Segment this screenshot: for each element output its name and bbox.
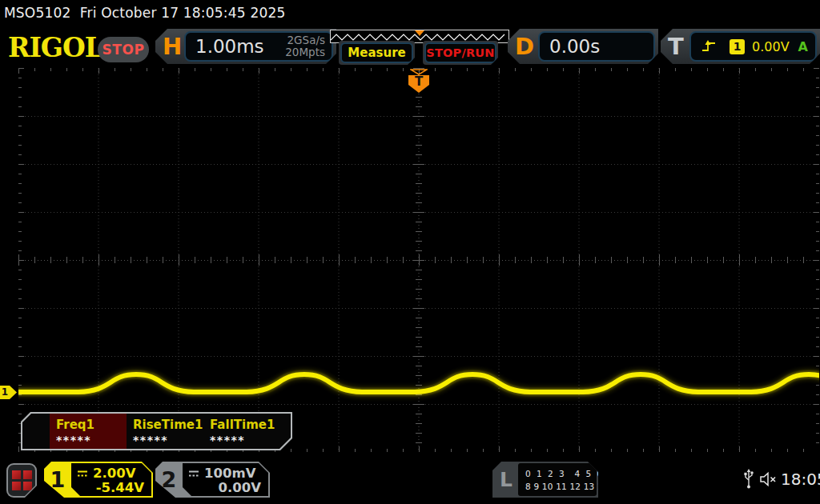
sample-rate: 2GSa/s	[285, 34, 325, 46]
trigger-level-value: 0.00V	[752, 39, 790, 54]
channel2-badge[interactable]: 2 100mV 0.00V	[155, 462, 270, 498]
channel1-offset: -5.44V	[96, 480, 144, 495]
ch1-ground-marker-label: 1	[0, 386, 10, 399]
measurement-label: Freq1	[56, 418, 127, 432]
run-status-label: STOP	[102, 42, 145, 58]
dc-coupling-icon	[187, 469, 200, 478]
trigger-source-badge: 1	[730, 39, 745, 54]
delay-value: 0.00s	[549, 36, 600, 57]
horizontal-pod[interactable]: H 1.00ms 2GSa/s 20Mpts	[155, 29, 336, 64]
measurement-item-freq1[interactable]: Freq1 *****	[50, 414, 127, 449]
rigol-logo: RIGOL	[8, 36, 102, 60]
channel1-scale: 2.00V	[93, 466, 135, 481]
channel1-badge[interactable]: 1 2.00V -5.44V	[44, 462, 153, 498]
measurement-panel: Freq1 ***** RiseTime1 ***** FallTime1 **…	[21, 412, 292, 450]
horizontal-label: H	[163, 29, 182, 64]
logic-analyzer-label: L	[500, 462, 512, 498]
channel2-number: 2	[155, 462, 183, 498]
logic-analyzer-badge[interactable]: L 0 1 2 3 4 5 6 7 8 9 10 11 12 13 14 15	[492, 462, 598, 498]
channel2-offset: 0.00V	[219, 480, 261, 495]
measurement-item-falltime1[interactable]: FallTime1 *****	[203, 414, 280, 449]
model-and-datetime: MSO5102 Fri October 17 18:05:45 2025	[4, 5, 285, 21]
speaker-mute-icon	[759, 471, 778, 487]
delay-pod[interactable]: D 0.00s	[508, 29, 658, 64]
measurement-spacer	[22, 414, 50, 449]
trigger-position-caret-icon	[410, 69, 428, 75]
measurement-value: *****	[133, 434, 203, 446]
ch1-ground-marker[interactable]: 1	[0, 386, 17, 399]
stop-run-button-label: STOP/RUN	[426, 46, 494, 59]
measurement-value: *****	[56, 434, 127, 446]
digital-channels-display: 0 1 2 3 4 5 6 7 8 9 10 11 12 13 14 15	[518, 463, 597, 496]
timebase-value: 1.00ms	[195, 36, 264, 57]
memory-depth: 20Mpts	[285, 46, 325, 58]
main-menu-button[interactable]	[6, 463, 37, 498]
usb-icon	[743, 468, 754, 490]
delay-display: 0.00s	[538, 31, 655, 62]
menu-grid-icon	[12, 470, 32, 490]
measurement-value: *****	[210, 434, 280, 446]
clock: 18:05	[781, 470, 820, 489]
trigger-sweep-mode: A	[798, 39, 808, 54]
ch1-waveform-fuzz	[18, 374, 819, 392]
stop-run-button[interactable]: STOP/RUN	[423, 41, 498, 65]
delay-label: D	[515, 29, 534, 64]
measurement-label: RiseTime1	[133, 418, 203, 432]
measurement-item-risetime1[interactable]: RiseTime1 *****	[127, 414, 203, 449]
measure-button[interactable]: Measure	[339, 41, 415, 65]
measure-button-label: Measure	[348, 46, 405, 60]
rising-edge-icon	[701, 40, 717, 53]
run-status-badge[interactable]: STOP	[98, 37, 149, 62]
trigger-position-marker-label: T	[415, 75, 423, 93]
acquisition-info: 2GSa/s 20Mpts	[285, 34, 325, 58]
trigger-label: T	[668, 29, 684, 64]
digital-channels-row1: 0 1 2 3 4 5 6 7	[525, 467, 597, 480]
graticule	[18, 68, 819, 452]
trigger-pod[interactable]: T 1 0.00V A	[661, 29, 820, 64]
oscilloscope-screen: MSO5102 Fri October 17 18:05:45 2025 RIG…	[0, 0, 820, 504]
measurement-label: FallTime1	[210, 418, 280, 432]
timebase-display: 1.00ms 2GSa/s 20Mpts	[184, 31, 333, 62]
channel2-scale: 100mV	[204, 466, 255, 481]
trigger-display: 1 0.00V A	[689, 31, 817, 62]
dc-coupling-icon	[76, 469, 89, 478]
channel1-number: 1	[44, 462, 71, 498]
digital-channels-row2: 8 9 10 11 12 13 14 15	[525, 480, 597, 493]
